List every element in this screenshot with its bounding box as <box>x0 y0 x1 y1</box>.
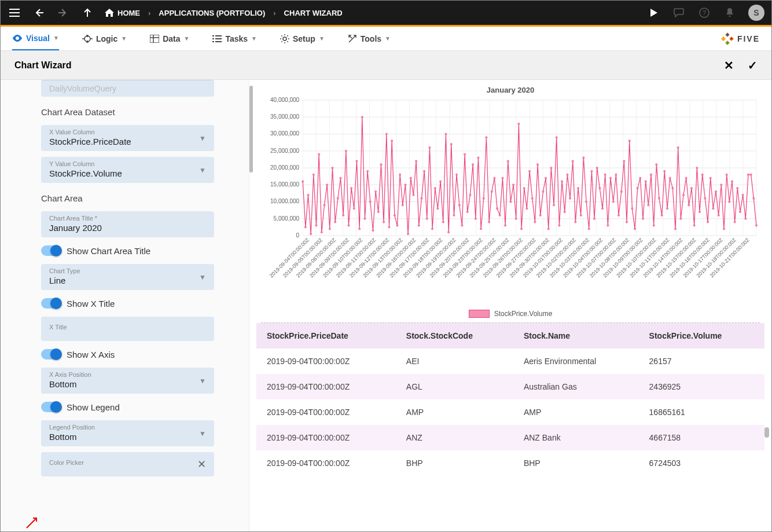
svg-point-124 <box>385 133 387 135</box>
table-row[interactable]: 2019-09-04T00:00:00ZBHPBHP6724503 <box>256 450 764 476</box>
svg-point-202 <box>596 167 598 168</box>
tab-data[interactable]: Data▼ <box>150 27 189 50</box>
toggle-label: Show Legend <box>67 402 120 412</box>
page-header: Chart Wizard ✕ ✓ <box>1 51 771 80</box>
svg-point-179 <box>534 221 536 223</box>
tab-logic[interactable]: Logic▼ <box>82 27 127 50</box>
show-legend-toggle[interactable] <box>41 402 61 412</box>
svg-point-141 <box>432 228 433 230</box>
table-header: StockPrice.Volume <box>639 323 764 348</box>
svg-point-258 <box>747 174 749 175</box>
svg-point-174 <box>520 228 522 230</box>
chat-icon[interactable] <box>672 6 686 20</box>
svg-point-241 <box>701 174 703 175</box>
color-picker-field[interactable]: Color Picker ✕ <box>41 452 214 476</box>
chart-area-title-field[interactable]: Chart Area Title * January 2020 <box>41 211 214 237</box>
svg-point-186 <box>553 204 554 206</box>
breadcrumb-chartwizard[interactable]: CHART WIZARD <box>284 9 343 17</box>
x-title-field[interactable]: X Title <box>41 317 214 341</box>
field-value: StockPrice.PriceDate <box>49 137 206 146</box>
svg-text:25,000,000: 25,000,000 <box>270 148 300 154</box>
svg-point-242 <box>704 197 706 199</box>
svg-point-155 <box>469 194 471 196</box>
tab-tools[interactable]: Tools▼ <box>348 27 391 50</box>
svg-point-197 <box>583 157 584 159</box>
x-value-column-field[interactable]: X Value Column StockPrice.PriceDate ▼ <box>41 125 214 151</box>
svg-point-253 <box>734 221 736 223</box>
up-icon[interactable] <box>80 6 94 20</box>
svg-point-131 <box>405 184 406 186</box>
table-cell: AMP <box>513 399 639 425</box>
table-header: Stock.StockCode <box>396 323 513 348</box>
table-row[interactable]: 2019-09-04T00:00:00ZAGLAustralian Gas243… <box>256 374 764 399</box>
breadcrumb-home[interactable]: HOME <box>105 9 140 17</box>
table-row[interactable]: 2019-09-04T00:00:00ZANZANZ Bank4667158 <box>256 425 764 450</box>
svg-point-225 <box>658 197 660 199</box>
svg-point-230 <box>672 188 674 189</box>
x-axis-position-field[interactable]: X Axis Position Bottom ▼ <box>41 368 214 394</box>
breadcrumb-apps[interactable]: APPLICATIONS (PORTFOLIO) <box>159 9 265 17</box>
svg-point-234 <box>682 194 684 196</box>
chevron-down-icon: ▼ <box>385 35 391 42</box>
svg-point-101 <box>323 204 325 206</box>
show-area-title-toggle[interactable] <box>41 245 61 256</box>
hamburger-icon[interactable] <box>8 6 21 20</box>
svg-point-240 <box>699 211 700 212</box>
back-icon[interactable] <box>32 6 46 20</box>
svg-rect-4 <box>150 35 159 43</box>
table-cell: AMP <box>396 399 513 425</box>
svg-point-132 <box>407 233 409 234</box>
chart-area: January 2020 05,000,00010,000,00015,000,… <box>249 80 771 323</box>
svg-point-198 <box>585 201 587 203</box>
legend-position-field[interactable]: Legend Position Bottom ▼ <box>41 420 214 446</box>
chevron-down-icon: ▼ <box>251 35 257 42</box>
svg-point-255 <box>739 211 741 212</box>
forward-icon[interactable] <box>56 6 70 20</box>
svg-point-209 <box>615 174 617 175</box>
tab-setup[interactable]: Setup▼ <box>280 27 325 50</box>
svg-point-167 <box>502 177 503 179</box>
tabbar: Visual▼ Logic▼ Data▼ Tasks▼ Setup▼ Tools… <box>1 27 771 51</box>
show-x-title-toggle[interactable] <box>41 298 61 309</box>
chevron-down-icon: ▼ <box>319 35 325 42</box>
svg-point-99 <box>318 153 320 155</box>
topbar-right: ? S <box>646 5 764 21</box>
table-row[interactable]: 2019-09-04T00:00:00ZAMPAMP16865161 <box>256 399 764 425</box>
field-value: StockPrice.Volume <box>49 168 206 178</box>
svg-point-196 <box>580 214 582 216</box>
scrollbar[interactable] <box>764 427 769 438</box>
y-value-column-field[interactable]: Y Value Column StockPrice.Volume ▼ <box>41 157 214 183</box>
chart-type-field[interactable]: Chart Type Line ▼ <box>41 264 214 290</box>
close-icon[interactable]: ✕ <box>724 58 734 72</box>
table-cell: BHP <box>513 450 639 476</box>
tab-label: Setup <box>293 34 315 43</box>
table-cell: 2019-09-04T00:00:00Z <box>256 450 396 476</box>
svg-point-177 <box>528 170 530 172</box>
svg-point-162 <box>488 221 490 223</box>
svg-point-256 <box>742 194 744 196</box>
brand-text: FIVE <box>737 34 760 43</box>
svg-point-222 <box>650 174 652 175</box>
svg-point-115 <box>361 116 363 118</box>
table-row[interactable]: 2019-09-04T00:00:00ZAEIAeris Environment… <box>256 348 764 374</box>
help-icon[interactable]: ? <box>697 6 711 20</box>
field-label: X Axis Position <box>49 371 206 378</box>
scrollbar[interactable] <box>249 86 253 173</box>
table-cell: 2436925 <box>639 374 764 399</box>
bell-icon[interactable] <box>723 6 737 20</box>
svg-point-211 <box>620 190 622 192</box>
field-label: Color Picker <box>49 456 206 466</box>
tab-visual[interactable]: Visual▼ <box>12 27 59 50</box>
svg-point-236 <box>688 204 690 206</box>
section-title-dataset: Chart Area Dataset <box>41 107 214 117</box>
tab-tasks[interactable]: Tasks▼ <box>212 27 257 50</box>
svg-point-259 <box>750 174 752 175</box>
play-icon[interactable] <box>646 6 660 20</box>
check-icon[interactable]: ✓ <box>748 58 758 72</box>
avatar[interactable]: S <box>748 5 764 21</box>
svg-point-185 <box>550 167 552 168</box>
clear-icon[interactable]: ✕ <box>197 458 206 471</box>
show-x-axis-toggle[interactable] <box>41 349 61 359</box>
query-field-stub[interactable]: DailyVolumeQuery <box>41 80 214 97</box>
svg-point-181 <box>539 214 541 216</box>
